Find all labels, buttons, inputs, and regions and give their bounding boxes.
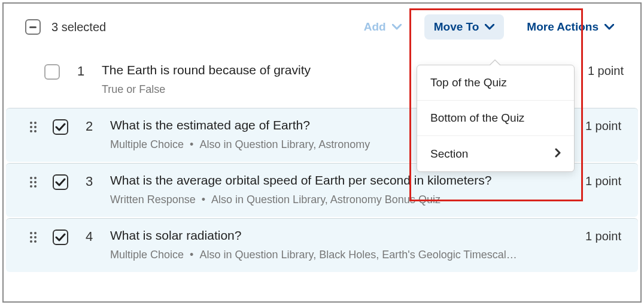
row-checkbox[interactable]: [53, 229, 68, 245]
check-icon: [55, 233, 66, 241]
row-checkbox[interactable]: [53, 174, 68, 190]
chevron-right-icon: [555, 147, 561, 161]
question-number: 3: [83, 174, 96, 189]
check-icon: [55, 123, 66, 131]
question-meta-extra: Also in Question Library, Astronomy: [199, 138, 370, 150]
question-title: What is solar radiation?: [110, 228, 559, 243]
question-meta: Written Response•Also in Question Librar…: [110, 194, 559, 206]
question-points: 1 point: [585, 174, 621, 188]
question-number: 4: [83, 229, 96, 244]
drag-handle-icon[interactable]: [30, 177, 38, 188]
toolbar: 3 selected Add Move To More Actions: [4, 4, 640, 53]
question-type: True or False: [102, 83, 165, 95]
check-icon: [55, 178, 66, 186]
question-type: Multiple Choice: [110, 138, 184, 150]
chevron-down-icon: [604, 24, 614, 30]
question-meta-extra: Also in Question Library, Astronomy Bonu…: [211, 194, 441, 206]
question-points: 1 point: [588, 64, 624, 78]
move-to-dropdown: Top of the Quiz Bottom of the Quiz Secti…: [417, 65, 575, 172]
row-checkbox[interactable]: [44, 64, 60, 80]
question-meta-extra: Also in Question Library, Black Holes, E…: [199, 249, 517, 261]
drag-handle-icon[interactable]: [30, 232, 38, 243]
dropdown-item-bottom[interactable]: Bottom of the Quiz: [417, 101, 574, 136]
question-meta: Multiple Choice•Also in Question Library…: [110, 249, 559, 261]
drag-handle-icon[interactable]: [30, 122, 38, 132]
dropdown-item-label: Bottom of the Quiz: [430, 111, 524, 125]
master-checkbox[interactable]: [25, 19, 41, 35]
chevron-down-icon: [392, 24, 402, 30]
question-type: Written Response: [110, 194, 196, 206]
question-number: 1: [74, 64, 87, 79]
more-actions-label: More Actions: [527, 20, 599, 34]
chevron-down-icon: [485, 24, 494, 30]
dropdown-item-label: Top of the Quiz: [430, 76, 507, 89]
question-number: 2: [83, 119, 96, 134]
dropdown-item-top[interactable]: Top of the Quiz: [417, 65, 574, 101]
question-row: 4 What is solar radiation? Multiple Choi…: [6, 218, 638, 272]
question-type: Multiple Choice: [110, 249, 184, 261]
row-checkbox[interactable]: [53, 119, 68, 135]
question-title: What is the average orbital speed of Ear…: [110, 173, 559, 188]
dropdown-item-label: Section: [430, 147, 468, 161]
add-button[interactable]: Add: [354, 14, 411, 40]
move-to-button[interactable]: Move To: [424, 14, 505, 40]
selection-count-label: 3 selected: [51, 20, 106, 34]
move-to-label: Move To: [434, 20, 479, 34]
add-label: Add: [364, 20, 386, 34]
minus-icon: [29, 26, 37, 28]
question-points: 1 point: [585, 229, 621, 243]
more-actions-button[interactable]: More Actions: [517, 14, 624, 40]
dropdown-item-section[interactable]: Section: [417, 136, 574, 171]
question-points: 1 point: [585, 119, 621, 133]
